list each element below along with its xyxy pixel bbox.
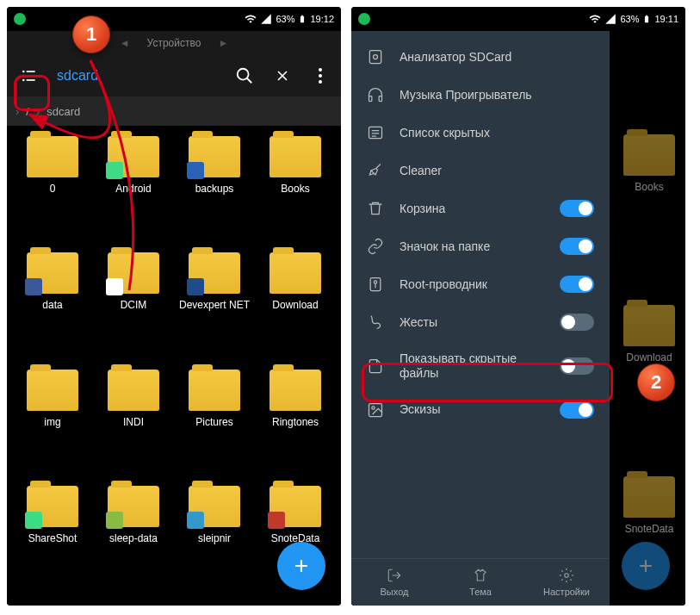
folder-item[interactable]: Books: [623, 134, 675, 253]
toggle-switch[interactable]: [560, 357, 594, 375]
drawer-bottom-label: Выход: [381, 587, 409, 597]
svg-point-7: [319, 68, 322, 71]
toggle-switch[interactable]: [560, 314, 594, 331]
folder-icon: [108, 370, 159, 411]
svg-rect-1: [27, 71, 35, 72]
toggle-switch[interactable]: [560, 276, 594, 293]
gesture-icon: [367, 314, 384, 331]
folder-label: sleep-data: [109, 532, 158, 556]
svg-rect-13: [379, 96, 381, 102]
drawer-item-gesture[interactable]: Жесты: [351, 303, 610, 341]
svg-point-4: [22, 79, 25, 82]
subheader: ◄ Устройство ►: [7, 31, 341, 55]
folder-icon: [27, 136, 78, 177]
drawer-item-label: Анализатор SDCard: [400, 50, 594, 65]
drawer-item-root[interactable]: Root-проводник: [351, 265, 610, 303]
close-icon: [274, 67, 291, 84]
folder-item[interactable]: Ringtones: [257, 370, 334, 479]
signal-icon: [604, 13, 616, 25]
svg-rect-3: [27, 75, 35, 77]
drawer-item-label: Значок на папке: [400, 239, 544, 254]
toggle-switch[interactable]: [560, 238, 594, 255]
folder-item[interactable]: data: [14, 252, 91, 362]
toggle-switch[interactable]: [560, 401, 594, 419]
drawer-item-label: Жесты: [400, 315, 544, 330]
svg-point-9: [319, 80, 322, 84]
breadcrumb-current[interactable]: sdcard: [46, 105, 80, 118]
folder-label: Devexpert NET: [179, 299, 250, 323]
close-button[interactable]: [270, 64, 294, 88]
folder-item[interactable]: img: [14, 370, 91, 479]
folder-label: backups: [195, 183, 234, 207]
drawer-item-trash[interactable]: Корзина: [351, 189, 610, 227]
drawer-item-sd[interactable]: Анализатор SDCard: [351, 38, 610, 76]
fab-add[interactable]: +: [277, 542, 325, 590]
folder-item[interactable]: DCIM: [95, 252, 172, 362]
folder-icon: [189, 486, 240, 527]
drawer-item-link[interactable]: Значок на папке: [351, 227, 610, 265]
folder-item[interactable]: ShareShot: [14, 486, 91, 595]
folder-icon: [623, 305, 675, 346]
folder-icon: [27, 252, 78, 294]
folder-item[interactable]: backups: [176, 136, 253, 245]
drawer-item-headphones[interactable]: Музыка Проигрыватель: [351, 76, 610, 114]
folder-icon: [269, 252, 321, 294]
drawer-item-broom[interactable]: Cleaner: [351, 152, 610, 189]
phone-right: 63% 19:11 BooksDownloadSnoteData Анализа…: [351, 7, 685, 606]
drawer-bottom-exit[interactable]: Выход: [351, 559, 437, 606]
toggle-switch[interactable]: [560, 200, 594, 217]
folder-label: data: [42, 299, 62, 323]
folder-item[interactable]: Books: [257, 136, 334, 245]
overflow-button[interactable]: [308, 64, 332, 88]
drawer-item-file[interactable]: Показывать скрытые файлы: [351, 341, 610, 391]
drawer-bottom-shirt[interactable]: Тема: [437, 559, 523, 606]
subheader-device[interactable]: Устройство: [147, 37, 201, 49]
menu-icon: [21, 67, 38, 84]
fab-add[interactable]: +: [622, 542, 670, 590]
chevron-right-icon: ›: [36, 105, 40, 118]
svg-rect-5: [27, 79, 35, 81]
drawer-bottom-label: Настройки: [543, 587, 590, 597]
menu-button[interactable]: [15, 62, 43, 90]
folder-label: Ringtones: [272, 416, 319, 440]
folder-item[interactable]: Android: [95, 136, 172, 245]
svg-point-8: [319, 74, 322, 78]
folder-grid: 0AndroidbackupsBooksdataDCIMDevexpert NE…: [7, 126, 341, 606]
drawer-bottom-gear[interactable]: Настройки: [523, 559, 610, 606]
spotify-icon: [14, 13, 26, 25]
folder-item[interactable]: sleipnir: [176, 486, 253, 595]
folder-label: Android: [115, 183, 151, 207]
folder-item[interactable]: INDI: [95, 370, 172, 479]
folder-item[interactable]: sleep-data: [95, 486, 172, 595]
folder-item[interactable]: Devexpert NET: [176, 252, 253, 362]
svg-point-6: [238, 69, 249, 80]
clock-text: 19:11: [654, 14, 678, 24]
folder-item[interactable]: 0: [14, 136, 91, 245]
folder-icon: [269, 370, 321, 411]
overflow-icon: [319, 68, 322, 84]
drawer-bottom-label: Тема: [469, 587, 492, 597]
svg-rect-10: [369, 51, 381, 64]
toolbar-title: sdcard: [57, 68, 219, 84]
thumb-icon: [367, 401, 384, 419]
folder-icon: [108, 486, 159, 527]
spotify-icon: [358, 13, 370, 25]
svg-point-19: [565, 574, 569, 578]
folder-label: 0: [50, 183, 56, 207]
folder-item[interactable]: Pictures: [176, 370, 253, 479]
drawer-item-thumb[interactable]: Эскизы: [351, 391, 610, 429]
svg-point-11: [374, 55, 378, 59]
drawer-item-label: Root-проводник: [400, 277, 544, 292]
drawer-item-list[interactable]: Список скрытых: [351, 114, 610, 152]
svg-rect-12: [369, 96, 372, 102]
plus-icon: +: [294, 552, 308, 580]
toolbar: sdcard: [7, 55, 341, 96]
list-icon: [367, 124, 384, 141]
plus-icon: +: [639, 552, 653, 580]
folder-label: ShareShot: [28, 532, 77, 556]
search-button[interactable]: [232, 64, 257, 88]
breadcrumb-root[interactable]: /: [26, 105, 29, 118]
breadcrumb[interactable]: › / › sdcard: [7, 96, 341, 126]
folder-item[interactable]: Download: [257, 252, 334, 362]
folder-label: Books: [635, 181, 663, 205]
